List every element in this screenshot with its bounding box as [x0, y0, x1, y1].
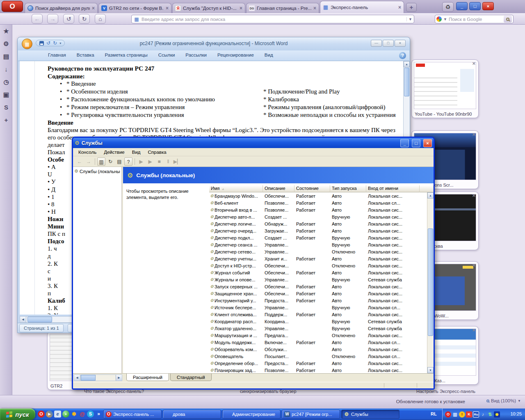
- scroll-thumb[interactable]: [81, 375, 96, 381]
- tray-speaker-icon[interactable]: ◉: [494, 411, 500, 418]
- tree-item-services-local[interactable]: ⚙ Службы (локальные): [74, 169, 120, 174]
- address-dropdown-icon[interactable]: ▼: [406, 17, 414, 21]
- update-ready-status[interactable]: Обновление готово к установке: [396, 399, 465, 404]
- column-header-status[interactable]: Состояние: [294, 185, 330, 192]
- speed-dial-cell[interactable]: × YouTube - YouTube 90nbr90: [411, 59, 479, 118]
- service-row[interactable]: ⚙Брандмауэр Windo... Обеспечи... Работае…: [209, 192, 427, 199]
- close-icon[interactable]: ×: [472, 131, 475, 137]
- close-icon[interactable]: ×: [472, 262, 475, 268]
- export-list-icon[interactable]: ▤: [115, 158, 123, 166]
- service-row[interactable]: ⚙Определение обор... Предоста... Работае…: [209, 360, 427, 367]
- view-tab[interactable]: Стандартный: [170, 374, 212, 381]
- services-horizontal-scrollbar[interactable]: ◀ ▶: [74, 374, 122, 381]
- task-button[interactable]: ⚙ Службы: [341, 410, 399, 419]
- window-icon[interactable]: e: [54, 411, 61, 418]
- close-icon[interactable]: ×: [472, 60, 475, 66]
- scroll-thumb[interactable]: [404, 68, 409, 96]
- notes-icon[interactable]: ▤: [0, 50, 12, 63]
- tab-close-icon[interactable]: ×: [92, 5, 95, 11]
- word-maximize-button[interactable]: □: [383, 40, 394, 47]
- history-clock-icon[interactable]: ◷: [0, 75, 12, 88]
- zoom-control[interactable]: Вид (100%) ▼: [486, 398, 521, 403]
- back-icon[interactable]: ←: [75, 158, 84, 166]
- menu-item[interactable]: Действие: [100, 148, 128, 156]
- address-input[interactable]: ▦ Введите адрес или запрос для поиска ▼: [131, 15, 414, 23]
- column-header-startup-type[interactable]: Тип запуска: [330, 185, 366, 192]
- language-indicator[interactable]: RL: [431, 411, 437, 416]
- search-go-button[interactable]: [504, 16, 512, 23]
- pinwheel-icon[interactable]: ✽: [71, 411, 78, 418]
- scroll-left-icon[interactable]: ◀: [74, 375, 80, 381]
- opera-menu-button[interactable]: O: [2, 1, 23, 12]
- closed-tabs-trash-icon[interactable]: ♻: [442, 2, 454, 12]
- scroll-up-icon[interactable]: ▲: [427, 192, 434, 199]
- scroll-right-icon[interactable]: ▶: [116, 375, 122, 381]
- tray-volume-icon[interactable]: ♪: [480, 411, 486, 418]
- task-button[interactable]: O Экспресс-панель ...: [103, 410, 162, 419]
- mail-at-icon[interactable]: @: [79, 411, 86, 418]
- links-folder-icon[interactable]: ▣: [0, 88, 12, 101]
- media-player-icon[interactable]: ▶: [46, 411, 53, 418]
- unite-icon[interactable]: S: [0, 101, 12, 114]
- menu-item[interactable]: Справка: [144, 148, 170, 156]
- service-row[interactable]: ⚙Обозреватель ком... Обслужи... Авто Лок…: [209, 346, 427, 353]
- service-row[interactable]: ⚙Оповещатель Посылает... Отключено Локал…: [209, 353, 427, 360]
- ribbon-tab[interactable]: Ссылки: [153, 50, 180, 59]
- restore-button[interactable]: □: [469, 2, 481, 10]
- rewind-button[interactable]: ↺: [63, 14, 74, 24]
- restart-service-icon[interactable]: ▶▏: [173, 158, 181, 166]
- column-header-name[interactable]: Имя▵: [209, 185, 263, 192]
- services-close-button[interactable]: ×: [423, 139, 432, 147]
- tray-network-icon[interactable]: ▥: [452, 411, 458, 418]
- tab-close-icon[interactable]: ×: [313, 5, 316, 11]
- task-button[interactable]: дрова: [163, 410, 221, 419]
- service-row[interactable]: ⚙Диспетчер сеанса ... Управляе... Вручну…: [209, 241, 427, 248]
- service-row[interactable]: ⚙Диспетчер очеред... Загружае... Работае…: [209, 227, 427, 234]
- back-button[interactable]: ←: [32, 14, 43, 24]
- task-button[interactable]: Администрирование: [222, 410, 281, 419]
- service-row[interactable]: ⚙Вторичный вход в ... Позволяе... Работа…: [209, 206, 427, 213]
- service-row[interactable]: ⚙Маршрутизация и ... Предлага... Отключе…: [209, 332, 427, 339]
- services-maximize-button[interactable]: □: [412, 139, 420, 147]
- start-button[interactable]: пуск: [0, 409, 35, 420]
- ribbon-tab[interactable]: Главная: [43, 50, 71, 59]
- service-row[interactable]: ⚙Локатор удаленно... Управляе... Вручную…: [209, 325, 427, 332]
- column-header-description[interactable]: Описание: [263, 185, 294, 192]
- scroll-left-icon[interactable]: ◀: [20, 317, 26, 322]
- ribbon-tab[interactable]: Вставка: [71, 50, 100, 59]
- task-button[interactable]: W pc247 [Режим огр...: [282, 410, 340, 419]
- globe-icon[interactable]: ●: [62, 411, 69, 418]
- service-row[interactable]: ⚙Журналы и опове... Управляе... Вручную …: [209, 276, 427, 283]
- search-input[interactable]: ▼ Поиск в Google: [435, 15, 514, 23]
- close-button[interactable]: ×: [482, 2, 494, 10]
- show-console-tree-icon[interactable]: ▥: [97, 158, 105, 166]
- opera-icon[interactable]: O: [38, 411, 45, 418]
- service-row[interactable]: ⚙Клиент отслежива... Поддерж... Работает…: [209, 311, 427, 318]
- word-title-bar[interactable]: ▦ ↺ ↻ ▾ pc247 [Режим ограниченной функци…: [18, 37, 410, 50]
- widgets-gear-icon[interactable]: ⚙: [0, 37, 12, 50]
- services-minimize-button[interactable]: _: [400, 139, 409, 147]
- reload-button[interactable]: ↻: [79, 14, 90, 24]
- browser-tab[interactable]: ▦ Экспресс-панель ×: [320, 1, 404, 13]
- bookmarks-star-icon[interactable]: ★: [0, 25, 12, 37]
- service-row[interactable]: ⚙Планировщик зад... Позволяе... Работает…: [209, 367, 427, 373]
- service-row[interactable]: ⚙Запуск серверных ... Обеспечи... Работа…: [209, 283, 427, 290]
- forward-icon[interactable]: →: [84, 158, 93, 166]
- service-row[interactable]: ⚙Диспетчер логиче... Обнаруж... Работает…: [209, 220, 427, 227]
- column-header-logon-as[interactable]: Вход от имени: [366, 185, 420, 192]
- service-row[interactable]: ⚙Журнал событий Обеспечи... Работает Авт…: [209, 269, 427, 276]
- browser-tab[interactable]: Поиск драйвера для руля ×: [25, 3, 98, 13]
- ribbon-tab[interactable]: Рассылки: [180, 50, 212, 59]
- stop-service-icon[interactable]: ■: [155, 158, 163, 166]
- skype-icon[interactable]: S: [87, 411, 94, 418]
- search-engine-dropdown-icon[interactable]: ▼: [443, 17, 447, 21]
- tray-security-shield-icon[interactable]: !: [459, 411, 465, 418]
- scroll-thumb[interactable]: [27, 317, 52, 322]
- close-icon[interactable]: ×: [472, 327, 475, 333]
- refresh-icon[interactable]: ↻: [106, 158, 114, 166]
- service-row[interactable]: ⚙Защищенное хран... Обеспечи... Работает…: [209, 290, 427, 297]
- tray-kaspersky-icon[interactable]: K: [466, 411, 472, 418]
- word-minimize-button[interactable]: —: [371, 40, 382, 47]
- service-row[interactable]: ⚙Диспетчер авто-п... Создает ... Вручную…: [209, 213, 427, 220]
- menu-item[interactable]: Консоль: [75, 148, 100, 156]
